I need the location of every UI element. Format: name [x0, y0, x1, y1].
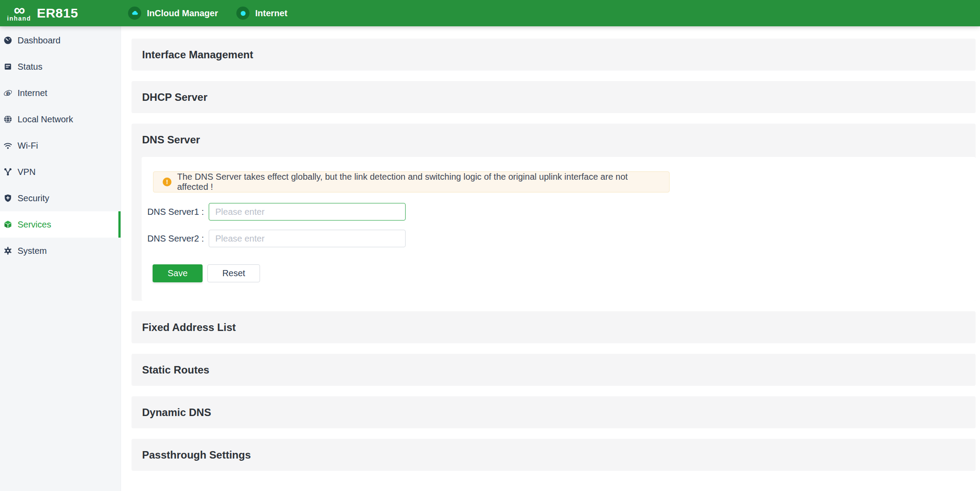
local-network-icon	[4, 115, 12, 124]
section-dhcp-server: DHCP Server	[132, 81, 976, 113]
internet-status: Internet	[236, 0, 287, 26]
reset-button[interactable]: Reset	[207, 264, 260, 282]
dns-warning: ! The DNS Server takes effect globally, …	[153, 171, 670, 192]
sidebar-item-label: Wi-Fi	[18, 141, 38, 151]
device-model: ER815	[37, 6, 78, 21]
dns-server1-label: DNS Server1 :	[142, 207, 204, 217]
sidebar-item-local-network[interactable]: Local Network	[0, 106, 121, 132]
section-header-dhcp-server[interactable]: DHCP Server	[132, 81, 976, 113]
inhand-logo: ∞ inhand ER815	[7, 5, 78, 21]
section-interface-management: Interface Management	[132, 39, 976, 71]
dns-server1-input[interactable]	[209, 203, 406, 221]
security-icon	[4, 194, 12, 203]
section-header-passthrough-settings[interactable]: Passthrough Settings	[132, 439, 976, 471]
sidebar-item-services[interactable]: Services	[0, 211, 121, 238]
sidebar-item-vpn[interactable]: VPN	[0, 159, 121, 185]
section-fixed-address-list: Fixed Address List	[132, 311, 976, 343]
sidebar-item-label: Dashboard	[18, 36, 61, 46]
infinity-logo-icon: ∞	[14, 5, 25, 15]
sidebar-item-dashboard[interactable]: Dashboard	[0, 27, 121, 53]
sidebar-item-label: Local Network	[18, 114, 73, 125]
sidebar: Dashboard Status e Internet	[0, 26, 121, 491]
main-content: Interface Management DHCP Server DNS Ser…	[121, 26, 980, 491]
dns-warning-text: The DNS Server takes effect globally, bu…	[177, 172, 660, 192]
system-icon	[4, 246, 12, 255]
sidebar-item-system[interactable]: System	[0, 238, 121, 264]
vpn-icon	[4, 167, 12, 176]
section-header-fixed-address-list[interactable]: Fixed Address List	[132, 311, 976, 343]
sidebar-item-label: Internet	[18, 88, 47, 98]
sidebar-item-internet[interactable]: e Internet	[0, 80, 121, 106]
status-icon	[4, 62, 12, 71]
section-static-routes: Static Routes	[132, 354, 976, 386]
section-dynamic-dns: Dynamic DNS	[132, 396, 976, 428]
sidebar-item-label: VPN	[18, 167, 36, 177]
sidebar-item-label: Services	[18, 220, 51, 230]
app-header: ∞ inhand ER815 InCloud Manager Internet	[0, 0, 980, 26]
dashboard-icon	[4, 36, 12, 45]
section-dns-server: DNS Server ! The DNS Server takes effect…	[132, 124, 976, 301]
dns-server2-label: DNS Server2 :	[142, 234, 204, 244]
dns-server2-row: DNS Server2 :	[142, 230, 976, 247]
section-header-static-routes[interactable]: Static Routes	[132, 354, 976, 386]
section-header-dns-server[interactable]: DNS Server	[132, 124, 976, 156]
save-button[interactable]: Save	[153, 264, 203, 282]
section-header-dynamic-dns[interactable]: Dynamic DNS	[132, 396, 976, 428]
section-header-interface-management[interactable]: Interface Management	[132, 39, 976, 71]
dns-actions: Save Reset	[153, 264, 976, 282]
inhand-logo-mark: ∞ inhand	[7, 5, 31, 21]
internet-icon: e	[4, 89, 12, 97]
sidebar-item-status[interactable]: Status	[0, 53, 121, 80]
incloud-manager-status: InCloud Manager	[128, 0, 218, 26]
services-icon	[4, 220, 12, 229]
sidebar-item-label: System	[18, 246, 47, 256]
warning-icon: !	[163, 178, 171, 186]
sidebar-item-wifi[interactable]: Wi-Fi	[0, 132, 121, 159]
sidebar-item-label: Security	[18, 193, 49, 203]
dns-server-card: ! The DNS Server takes effect globally, …	[142, 157, 976, 301]
sidebar-item-security[interactable]: Security	[0, 185, 121, 211]
dns-server1-row: DNS Server1 :	[142, 203, 976, 221]
cloud-icon	[128, 7, 141, 20]
dot-icon	[236, 7, 249, 20]
incloud-manager-label: InCloud Manager	[147, 8, 218, 18]
wifi-icon	[4, 141, 12, 150]
section-passthrough-settings: Passthrough Settings	[132, 439, 976, 471]
sidebar-item-label: Status	[18, 62, 43, 72]
internet-status-label: Internet	[255, 8, 287, 18]
dns-server2-input[interactable]	[209, 230, 406, 247]
brand-text: inhand	[7, 15, 31, 21]
